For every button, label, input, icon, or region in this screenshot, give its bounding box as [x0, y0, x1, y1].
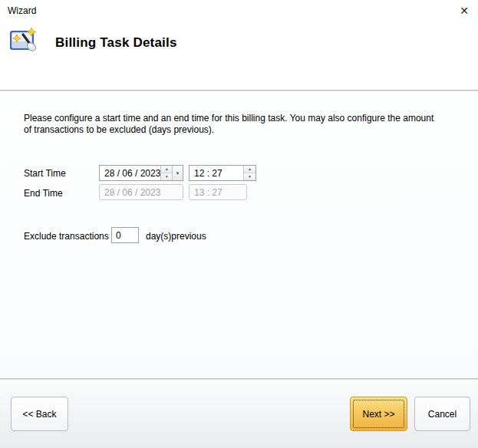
exclude-suffix-label: day(s)previous [146, 231, 206, 242]
start-date-picker[interactable]: 28 / 06 / 2023 ▲ ▼ ▼ [99, 165, 183, 181]
back-button[interactable]: << Back [11, 397, 68, 431]
content-area: Please configure a start time and an end… [0, 91, 478, 378]
exclude-days-input[interactable] [111, 227, 139, 243]
end-time-value: 13 : 27 [190, 185, 246, 199]
close-icon[interactable]: ✕ [456, 3, 473, 18]
wizard-icon [6, 25, 38, 57]
end-date-value: 28 / 06 / 2023 [100, 185, 183, 199]
spin-up-icon[interactable]: ▲ [161, 166, 172, 173]
titlebar: Wizard ✕ [0, 0, 478, 21]
start-time-picker[interactable]: 12 : 27 ▲ ▼ [189, 165, 256, 181]
start-time-value[interactable]: 12 : 27 [190, 166, 243, 180]
window-title: Wizard [8, 5, 36, 16]
page-title: Billing Task Details [55, 35, 177, 51]
wizard-dialog: Wizard ✕ Billing Task Details Please con… [0, 0, 478, 448]
exclude-transactions-label: Exclude transactions [24, 231, 109, 242]
instructions-line2: of transactions to be excluded (days pre… [24, 124, 453, 136]
start-date-spinner: ▲ ▼ [160, 166, 172, 180]
footer: << Back Next >> Cancel [0, 380, 478, 448]
instructions-line1: Please configure a start time and an end… [24, 113, 453, 124]
cancel-button[interactable]: Cancel [414, 397, 470, 431]
end-time-label: End Time [24, 188, 63, 199]
start-time-label: Start Time [24, 168, 66, 179]
next-button[interactable]: Next >> [350, 397, 407, 431]
header: Billing Task Details [0, 21, 478, 90]
end-date-picker: 28 / 06 / 2023 [99, 184, 183, 200]
start-time-spinner: ▲ ▼ [243, 166, 255, 180]
spin-down-icon[interactable]: ▼ [244, 173, 255, 180]
spin-up-icon[interactable]: ▲ [244, 166, 255, 173]
next-button-label: Next >> [362, 409, 394, 420]
calendar-dropdown-icon[interactable]: ▼ [172, 166, 183, 180]
start-date-value[interactable]: 28 / 06 / 2023 [100, 166, 160, 180]
end-time-picker: 13 : 27 [189, 184, 247, 200]
spin-down-icon[interactable]: ▼ [161, 173, 172, 180]
instructions-text: Please configure a start time and an end… [24, 113, 453, 136]
